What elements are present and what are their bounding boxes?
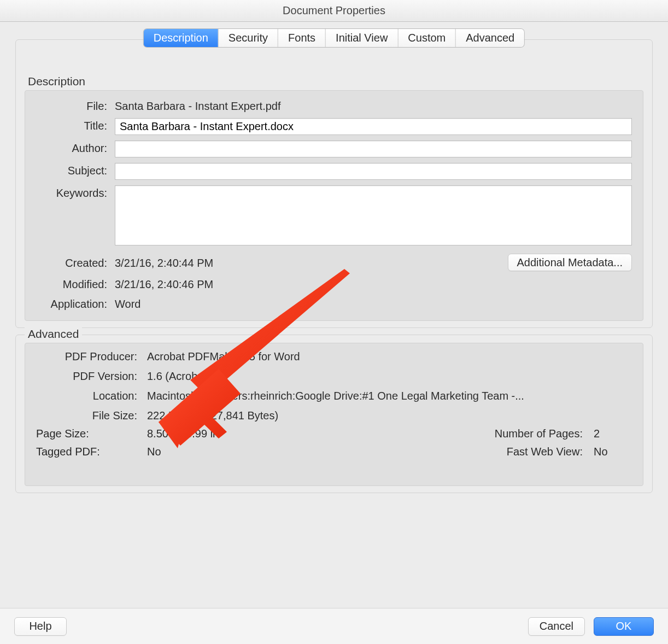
title-input[interactable] bbox=[115, 118, 632, 135]
file-label: File: bbox=[36, 98, 107, 113]
author-label: Author: bbox=[36, 140, 107, 155]
created-value: 3/21/16, 2:40:44 PM bbox=[115, 255, 213, 270]
application-label: Application: bbox=[36, 296, 107, 311]
tab-fonts[interactable]: Fonts bbox=[278, 29, 326, 47]
pdf-version-value: 1.6 (Acrobat 7.x) bbox=[147, 368, 632, 383]
pdf-producer-value: Acrobat PDFMaker 15 for Word bbox=[147, 349, 632, 363]
window-titlebar: Document Properties bbox=[0, 0, 668, 22]
keywords-label: Keywords: bbox=[36, 185, 107, 200]
page-size-label: Page Size: bbox=[36, 428, 137, 440]
cancel-button[interactable]: Cancel bbox=[528, 617, 585, 636]
tab-initial-view[interactable]: Initial View bbox=[326, 29, 398, 47]
application-value: Word bbox=[115, 296, 140, 311]
advanced-group: Advanced PDF Producer: Acrobat PDFMaker … bbox=[15, 335, 653, 493]
tagged-pdf-label: Tagged PDF: bbox=[36, 446, 137, 458]
subject-input[interactable] bbox=[115, 163, 632, 180]
tab-bar: Description Security Fonts Initial View … bbox=[144, 29, 524, 47]
created-label: Created: bbox=[36, 255, 107, 270]
tab-custom[interactable]: Custom bbox=[398, 29, 456, 47]
modified-label: Modified: bbox=[36, 277, 107, 291]
number-of-pages-label: Number of Pages: bbox=[495, 428, 583, 440]
pdf-version-label: PDF Version: bbox=[36, 368, 137, 383]
tagged-pdf-value: No bbox=[147, 446, 462, 458]
number-of-pages-value: 2 bbox=[594, 428, 632, 440]
tab-advanced[interactable]: Advanced bbox=[456, 29, 524, 47]
advanced-legend: Advanced bbox=[25, 327, 82, 341]
subject-label: Subject: bbox=[36, 163, 107, 177]
dialog-body: Description Security Fonts Initial View … bbox=[0, 22, 668, 644]
dialog-footer: Help Cancel OK bbox=[0, 608, 668, 644]
tab-security[interactable]: Security bbox=[219, 29, 278, 47]
ok-button[interactable]: OK bbox=[594, 617, 654, 636]
location-value: Macintosh HD:Users:rheinrich:Google Driv… bbox=[147, 388, 632, 402]
fast-web-view-value: No bbox=[594, 446, 632, 458]
page-size-value: 8.50 x 10.99 in bbox=[147, 428, 462, 440]
modified-value: 3/21/16, 2:40:46 PM bbox=[115, 277, 213, 291]
author-input[interactable] bbox=[115, 140, 632, 157]
help-button[interactable]: Help bbox=[14, 617, 67, 636]
advanced-form: PDF Producer: Acrobat PDFMaker 15 for Wo… bbox=[25, 343, 643, 486]
location-label: Location: bbox=[36, 388, 137, 402]
file-size-label: File Size: bbox=[36, 408, 137, 422]
title-label: Title: bbox=[36, 118, 107, 132]
window-title: Document Properties bbox=[283, 4, 385, 17]
pdf-producer-label: PDF Producer: bbox=[36, 349, 137, 363]
tab-description[interactable]: Description bbox=[144, 29, 219, 47]
fast-web-view-label: Fast Web View: bbox=[507, 446, 583, 458]
file-size-value: 222.50 KB (227,841 Bytes) bbox=[147, 408, 632, 422]
additional-metadata-button[interactable]: Additional Metadata... bbox=[508, 254, 632, 271]
description-group: Description File: Santa Barbara - Instan… bbox=[15, 39, 653, 328]
keywords-input[interactable] bbox=[115, 185, 632, 245]
description-legend: Description bbox=[25, 75, 89, 88]
description-form: File: Santa Barbara - Instant Expert.pdf… bbox=[25, 90, 643, 321]
file-value: Santa Barbara - Instant Expert.pdf bbox=[115, 98, 632, 113]
